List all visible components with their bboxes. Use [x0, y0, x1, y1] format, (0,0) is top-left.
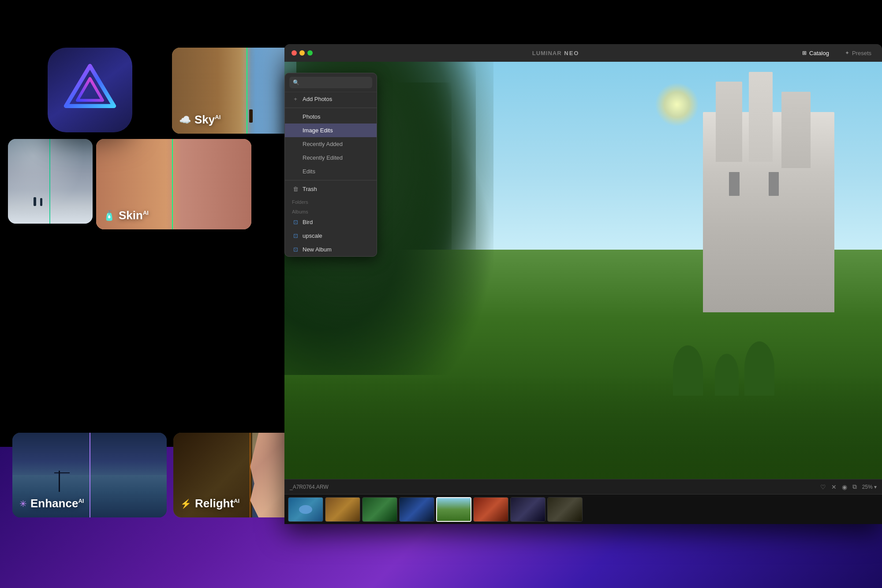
status-bar: _A7R0764.ARW ♡ ✕ ◉ ⧉ 25% ▾ — [284, 479, 882, 494]
minimize-button[interactable] — [299, 50, 305, 56]
thumbnail-1[interactable] — [288, 497, 323, 522]
zoom-label: 25% ▾ — [862, 484, 877, 490]
layout-icon[interactable]: ⧉ — [852, 483, 857, 491]
sky-label: SkyAI — [194, 113, 220, 127]
card-waterfall — [8, 139, 93, 224]
app-icon — [48, 48, 132, 132]
presets-icon: ✦ — [845, 50, 849, 56]
maximize-button[interactable] — [307, 50, 313, 56]
photos-item[interactable]: Photos — [285, 110, 377, 124]
image-edits-item[interactable]: Image Edits — [285, 124, 377, 137]
app-title: LUMINAR NEO — [532, 50, 579, 56]
presets-tab[interactable]: ✦ Presets — [841, 48, 875, 58]
catalog-icon: ⊞ — [802, 50, 807, 56]
album-upscale[interactable]: ⊡ upscale — [285, 229, 377, 243]
relight-icon: ⚡ — [180, 498, 191, 509]
eye-icon[interactable]: ◉ — [842, 483, 847, 491]
trash-icon: 🗑 — [292, 186, 299, 192]
thumbnail-strip — [284, 494, 882, 524]
thumbnail-7[interactable] — [510, 497, 546, 522]
heart-icon[interactable]: ♡ — [820, 483, 826, 491]
title-bar: LUMINAR NEO ⊞ Catalog ✦ Presets — [284, 44, 882, 62]
trash-item[interactable]: 🗑 Trash — [285, 182, 377, 196]
card-skin: 🧴 SkinAI — [96, 139, 251, 229]
thumbnail-2[interactable] — [325, 497, 360, 522]
thumbnail-3[interactable] — [362, 497, 397, 522]
album-icon-new: ⊡ — [292, 246, 299, 253]
skin-label: SkinAI — [119, 209, 149, 222]
status-actions: ♡ ✕ ◉ ⧉ 25% ▾ — [820, 483, 877, 491]
edits-item[interactable]: Edits — [285, 165, 377, 178]
catalog-tab[interactable]: ⊞ Catalog — [799, 48, 833, 58]
card-enhance: ✳ EnhanceAI — [12, 433, 167, 517]
filename-label: _A7R0764.ARW — [290, 484, 329, 490]
album-icon-upscale: ⊡ — [292, 232, 299, 239]
thumbnail-4[interactable] — [399, 497, 434, 522]
thumbnail-8[interactable] — [547, 497, 583, 522]
search-icon: 🔍 — [293, 79, 299, 86]
album-icon-bird: ⊡ — [292, 219, 299, 225]
folders-label: Folders — [285, 196, 377, 206]
recently-edited-item[interactable]: Recently Edited — [285, 151, 377, 165]
thumbnail-5-castle[interactable] — [436, 497, 471, 522]
add-photos-icon: + — [292, 96, 299, 102]
sky-icon: ☁️ — [179, 114, 191, 126]
recently-added-item[interactable]: Recently Added — [285, 137, 377, 151]
window-controls — [292, 50, 313, 56]
thumbnail-6[interactable] — [473, 497, 508, 522]
relight-label: RelightAI — [195, 497, 239, 510]
enhance-label: EnhanceAI — [30, 497, 84, 510]
albums-label: Albums — [285, 206, 377, 215]
close-icon[interactable]: ✕ — [831, 483, 837, 491]
add-photos-item[interactable]: + Add Photos — [285, 92, 377, 106]
skin-icon: 🧴 — [103, 210, 115, 221]
close-button[interactable] — [292, 50, 297, 56]
album-bird[interactable]: ⊡ Bird — [285, 215, 377, 229]
dropdown-menu: 🔍 + Add Photos Photos Image Edits Recent… — [284, 73, 377, 257]
enhance-icon: ✳ — [19, 498, 27, 509]
album-new[interactable]: ⊡ New Album — [285, 243, 377, 256]
